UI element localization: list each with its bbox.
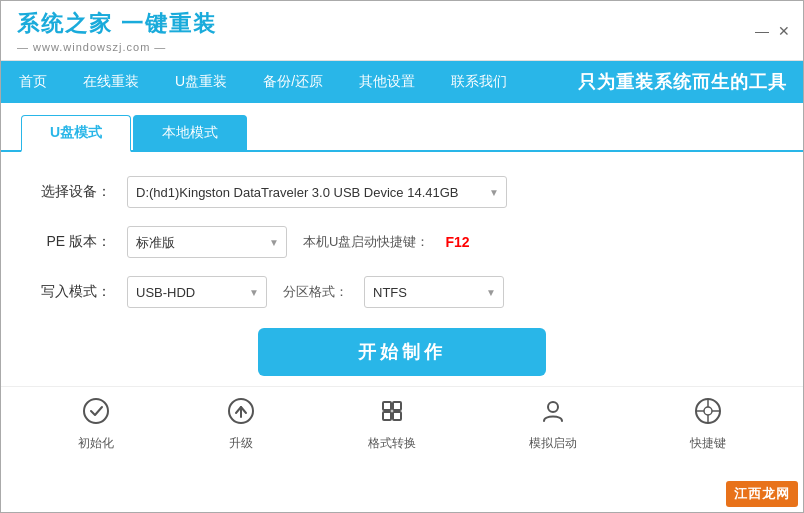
- initialize-label: 初始化: [78, 435, 114, 452]
- content-area: U盘模式 本地模式 选择设备： D:(hd1)Kingston DataTrav…: [1, 103, 803, 512]
- simulate-boot-label: 模拟启动: [529, 435, 577, 452]
- watermark: 江西龙网: [726, 481, 798, 507]
- device-select[interactable]: D:(hd1)Kingston DataTraveler 3.0 USB Dev…: [127, 176, 507, 208]
- pe-select-wrapper: 标准版: [127, 226, 287, 258]
- svg-point-0: [84, 399, 108, 423]
- partition-select-wrapper: NTFS: [364, 276, 504, 308]
- nav-backup[interactable]: 备份/还原: [245, 61, 341, 103]
- nav-usb[interactable]: U盘重装: [157, 61, 245, 103]
- tool-upgrade[interactable]: 升级: [227, 397, 255, 452]
- device-label: 选择设备：: [41, 183, 111, 201]
- nav-settings[interactable]: 其他设置: [341, 61, 433, 103]
- write-label: 写入模式：: [41, 283, 111, 301]
- nav-slogan: 只为重装系统而生的工具: [578, 70, 803, 94]
- pe-select[interactable]: 标准版: [127, 226, 287, 258]
- tab-bar: U盘模式 本地模式: [1, 103, 803, 152]
- pe-label: PE 版本：: [41, 233, 111, 251]
- format-convert-label: 格式转换: [368, 435, 416, 452]
- nav-online[interactable]: 在线重装: [65, 61, 157, 103]
- upgrade-label: 升级: [229, 435, 253, 452]
- device-row: 选择设备： D:(hd1)Kingston DataTraveler 3.0 U…: [41, 176, 763, 208]
- tool-shortcut[interactable]: 快捷键: [690, 397, 726, 452]
- svg-point-9: [704, 407, 712, 415]
- simulate-boot-icon: [539, 397, 567, 431]
- app-title: 系统之家 一键重装: [17, 9, 217, 39]
- nav-contact[interactable]: 联系我们: [433, 61, 525, 103]
- svg-rect-5: [383, 412, 391, 420]
- device-select-wrapper: D:(hd1)Kingston DataTraveler 3.0 USB Dev…: [127, 176, 507, 208]
- tool-format-convert[interactable]: 格式转换: [368, 397, 416, 452]
- bottom-toolbar: 初始化 升级: [1, 386, 803, 460]
- tool-simulate-boot[interactable]: 模拟启动: [529, 397, 577, 452]
- minimize-button[interactable]: —: [755, 24, 769, 38]
- tab-local-mode[interactable]: 本地模式: [133, 115, 247, 150]
- format-convert-icon: [378, 397, 406, 431]
- app-subtitle: — www.windowszj.com —: [17, 41, 166, 53]
- shortcut-label-bottom: 快捷键: [690, 435, 726, 452]
- app-logo: 系统之家 一键重装 — www.windowszj.com —: [17, 9, 217, 53]
- write-select-wrapper: USB-HDD: [127, 276, 267, 308]
- main-window: 系统之家 一键重装 — www.windowszj.com — — ✕ 首页 在…: [0, 0, 804, 513]
- write-select[interactable]: USB-HDD: [127, 276, 267, 308]
- start-button[interactable]: 开始制作: [258, 328, 546, 376]
- nav-items: 首页 在线重装 U盘重装 备份/还原 其他设置 联系我们: [1, 61, 525, 103]
- initialize-icon: [82, 397, 110, 431]
- nav-bar: 首页 在线重装 U盘重装 备份/还原 其他设置 联系我们 只为重装系统而生的工具: [1, 61, 803, 103]
- window-controls: — ✕: [755, 24, 791, 38]
- svg-point-7: [548, 402, 558, 412]
- svg-rect-4: [393, 402, 401, 410]
- close-button[interactable]: ✕: [777, 24, 791, 38]
- svg-rect-6: [393, 412, 401, 420]
- partition-select[interactable]: NTFS: [364, 276, 504, 308]
- pe-row: PE 版本： 标准版 本机U盘启动快捷键： F12: [41, 226, 763, 258]
- svg-rect-3: [383, 402, 391, 410]
- shortcut-icon: [694, 397, 722, 431]
- upgrade-icon: [227, 397, 255, 431]
- shortcut-value: F12: [445, 234, 469, 250]
- partition-label: 分区格式：: [283, 283, 348, 301]
- tool-initialize[interactable]: 初始化: [78, 397, 114, 452]
- title-bar: 系统之家 一键重装 — www.windowszj.com — — ✕: [1, 1, 803, 61]
- form-area: 选择设备： D:(hd1)Kingston DataTraveler 3.0 U…: [1, 152, 803, 318]
- shortcut-label: 本机U盘启动快捷键：: [303, 233, 429, 251]
- button-area: 开始制作: [1, 318, 803, 386]
- tab-usb-mode[interactable]: U盘模式: [21, 115, 131, 152]
- write-row: 写入模式： USB-HDD 分区格式： NTFS: [41, 276, 763, 308]
- nav-home[interactable]: 首页: [1, 61, 65, 103]
